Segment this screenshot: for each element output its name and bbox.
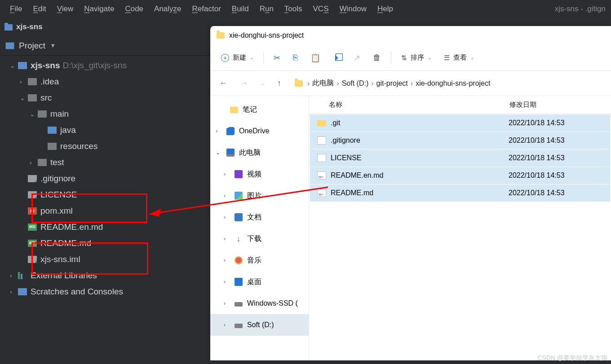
menu-navigate[interactable]: Navigate [80, 2, 119, 16]
chevron-right-icon[interactable]: › [224, 236, 230, 242]
libraries-icon [18, 272, 27, 279]
view-icon: ☰ [444, 54, 450, 62]
chevron-down-icon[interactable]: ⌄ [30, 108, 38, 120]
menu-view[interactable]: View [53, 2, 78, 16]
crumb-drive[interactable]: Soft (D:) [342, 79, 369, 88]
breadcrumb[interactable]: › 此电脑 › Soft (D:) › git-project › xie-do… [295, 79, 490, 88]
view-button[interactable]: ☰ 查看 ⌄ [439, 51, 478, 65]
window-title: xjs-sns - .gitign [555, 4, 606, 13]
side-video[interactable]: ›视频 [210, 163, 309, 185]
side-onedrive[interactable]: ›OneDrive [210, 120, 309, 142]
image-icon [235, 192, 243, 200]
chevron-right-icon[interactable]: › [224, 171, 230, 177]
chevron-down-icon[interactable]: ⌄ [10, 60, 18, 72]
crumb-folder-2[interactable]: xie-donghui-sns-project [416, 79, 490, 88]
chevron-down-icon: ⌄ [250, 55, 253, 60]
folder-icon [217, 32, 225, 39]
menu-window[interactable]: Window [335, 2, 371, 16]
nav-up[interactable]: ↑ [275, 77, 284, 90]
cloud-icon [226, 127, 235, 135]
chevron-right-icon[interactable]: › [224, 193, 230, 199]
module-icon [18, 62, 27, 69]
source-folder-icon [48, 127, 57, 134]
side-notes[interactable]: 笔记 [210, 99, 309, 120]
menu-code[interactable]: Code [120, 2, 148, 16]
rename-button[interactable]: ⏵⃞ [328, 50, 345, 65]
video-icon [235, 170, 243, 178]
folder-icon [317, 120, 326, 127]
menu-tools[interactable]: Tools [280, 2, 307, 16]
crumb-pc[interactable]: 此电脑 [312, 79, 334, 88]
chevron-right-icon[interactable]: › [20, 76, 28, 88]
file-row-license[interactable]: LICENSE 2022/10/18 14:53 [310, 149, 610, 167]
maven-icon: m [28, 207, 37, 215]
side-win-ssd[interactable]: ›Windows-SSD ( [210, 293, 309, 314]
drive-icon [235, 324, 243, 328]
chevron-right-icon[interactable]: › [10, 286, 18, 298]
side-docs[interactable]: ›文档 [210, 206, 309, 228]
chevron-right-icon[interactable]: › [10, 270, 18, 282]
side-music[interactable]: ›音乐 [210, 250, 309, 271]
chevron-right-icon[interactable]: › [224, 300, 230, 307]
explorer-sidebar: 笔记 ›OneDrive ⌄此电脑 ›视频 ›图片 ›文档 ›↓下载 ›音乐 ›… [210, 96, 309, 360]
file-row-readme[interactable]: README.md 2022/10/18 14:53 [310, 184, 610, 202]
nav-back[interactable]: ← [217, 77, 230, 90]
side-images[interactable]: ›图片 [210, 185, 309, 206]
new-button[interactable]: + 新建 ⌄ [217, 51, 258, 65]
folder-icon [38, 110, 47, 118]
explorer-toolbar: + 新建 ⌄ ✂ ⎘ 📋 ⏵⃞ ↗ 🗑 ⇅ 排序 ⌄ ☰ 查看 ⌄ [210, 45, 611, 71]
explorer-title: xie-donghui-sns-project [229, 31, 304, 39]
file-list-header[interactable]: 名称 修改日期 [309, 96, 611, 114]
chevron-right-icon[interactable]: › [216, 128, 222, 134]
sort-button[interactable]: ⇅ 排序 ⌄ [397, 51, 436, 65]
file-row-git[interactable]: .git 2022/10/18 14:53 [310, 114, 610, 132]
copy-button[interactable]: ⎘ [288, 50, 302, 65]
nav-chevron[interactable]: ⌄ [258, 79, 267, 88]
side-soft-d[interactable]: ›Soft (D:) [210, 314, 309, 336]
chevron-down-icon[interactable]: ⌄ [20, 92, 28, 104]
scissors-icon: ✂ [274, 53, 280, 63]
chevron-right-icon[interactable]: › [30, 157, 38, 169]
chevron-right-icon[interactable]: › [224, 257, 230, 263]
panel-dropdown-icon: ▼ [50, 42, 56, 49]
side-pc[interactable]: ⌄此电脑 [210, 142, 309, 163]
chevron-down-icon[interactable]: ⌄ [216, 149, 222, 156]
chevron-right-icon[interactable]: › [224, 322, 230, 328]
side-downloads[interactable]: ›↓下载 [210, 228, 309, 250]
desktop-icon [235, 278, 243, 286]
markdown-file-icon [317, 171, 326, 180]
col-date[interactable]: 修改日期 [509, 101, 604, 109]
share-button[interactable]: ↗ [349, 50, 365, 66]
crumb-folder-1[interactable]: git-project [376, 79, 408, 88]
folder-icon [38, 159, 47, 166]
project-module-icon [4, 24, 13, 31]
music-icon [235, 256, 243, 264]
chevron-down-icon: ⌄ [428, 55, 431, 60]
nav-forward[interactable]: → [237, 77, 251, 90]
file-row-gitignore[interactable]: .gitignore 2022/10/18 14:53 [310, 132, 610, 149]
chevron-right-icon[interactable]: › [224, 279, 230, 285]
menu-build[interactable]: Build [227, 2, 253, 16]
panel-title-group[interactable]: Project ▼ [5, 41, 56, 51]
menu-vcs[interactable]: VCS [309, 2, 333, 16]
explorer-titlebar[interactable]: xie-donghui-sns-project [210, 26, 611, 45]
explorer-nav: ← → ⌄ ↑ › 此电脑 › Soft (D:) › git-project … [210, 71, 611, 96]
project-view-icon [5, 42, 14, 49]
folder-icon [295, 80, 303, 87]
cut-button[interactable]: ✂ [269, 50, 285, 66]
menu-analyze[interactable]: Analyze [150, 2, 186, 16]
paste-button[interactable]: 📋 [306, 50, 325, 66]
menu-run[interactable]: Run [255, 2, 278, 16]
chevron-right-icon[interactable]: › [224, 214, 230, 220]
trash-icon: 🗑 [373, 53, 381, 62]
menu-help[interactable]: Help [373, 2, 398, 16]
menu-edit[interactable]: Edit [28, 2, 50, 16]
menu-refactor[interactable]: Refactor [188, 2, 226, 16]
explorer-file-list: 名称 修改日期 ⌃ .git 2022/10/18 14:53 .gitigno… [309, 96, 611, 360]
file-explorer-window: xie-donghui-sns-project + 新建 ⌄ ✂ ⎘ 📋 ⏵⃞ … [210, 26, 611, 360]
delete-button[interactable]: 🗑 [368, 50, 385, 65]
col-name[interactable]: 名称 [316, 101, 509, 109]
file-row-readme-en[interactable]: README.en.md 2022/10/18 14:53 [310, 167, 610, 184]
menu-file[interactable]: File [5, 2, 27, 16]
side-desktop[interactable]: ›桌面 [210, 271, 309, 293]
